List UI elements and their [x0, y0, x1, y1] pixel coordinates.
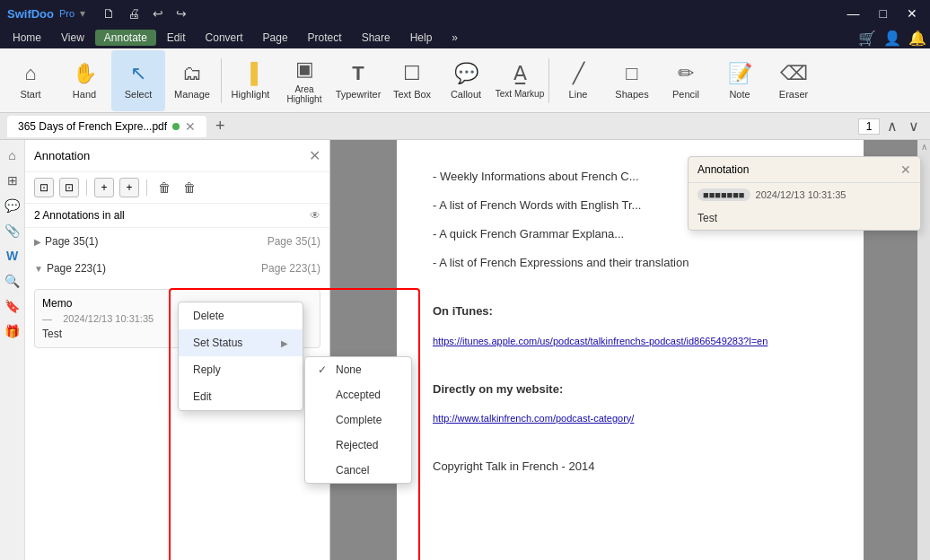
- status-submenu: ✓ None Accepted Complete Rejected: [304, 356, 412, 484]
- menu-page[interactable]: Page: [254, 30, 297, 46]
- highlight-button[interactable]: ▐ Highlight: [224, 50, 277, 111]
- hand-button[interactable]: ✋ Hand: [57, 50, 111, 111]
- typewriter-button[interactable]: T Typewriter: [331, 50, 385, 111]
- tab-close-btn[interactable]: ✕: [185, 119, 196, 134]
- add-tab-btn[interactable]: +: [210, 117, 231, 136]
- context-reply[interactable]: Reply: [179, 356, 303, 383]
- sidebar-layers-icon[interactable]: ⊞: [3, 171, 22, 190]
- close-btn[interactable]: ✕: [901, 4, 923, 22]
- delete2-btn[interactable]: 🗑: [180, 178, 199, 197]
- panel-title: Annotation: [34, 149, 309, 162]
- sidebar-search-icon[interactable]: 🔍: [3, 271, 22, 291]
- highlight-icon: ▐: [243, 62, 258, 85]
- maximize-btn[interactable]: □: [874, 4, 892, 22]
- status-rejected[interactable]: Rejected: [305, 433, 411, 458]
- menu-home[interactable]: Home: [4, 30, 50, 46]
- line-button[interactable]: ╱ Line: [551, 50, 605, 111]
- area-highlight-button[interactable]: ▣ Area Highlight: [277, 50, 331, 111]
- status-cancel[interactable]: Cancel: [305, 458, 411, 483]
- text-box-button[interactable]: ☐ Text Box: [385, 50, 439, 111]
- new-doc-btn[interactable]: 🗋: [98, 4, 119, 22]
- pencil-button[interactable]: ✏ Pencil: [659, 50, 713, 111]
- bell-icon[interactable]: 🔔: [908, 30, 926, 47]
- menu-share[interactable]: Share: [353, 30, 399, 46]
- app-tier: Pro: [59, 8, 75, 19]
- undo-btn[interactable]: ↩: [148, 4, 168, 22]
- shapes-button[interactable]: □ Shapes: [605, 50, 659, 111]
- pencil-label: Pencil: [672, 89, 699, 100]
- tool-divider: [86, 179, 87, 196]
- panel-close-btn[interactable]: ✕: [309, 147, 320, 164]
- callout-label: Callout: [451, 89, 481, 100]
- pdf-website-heading: Directly on my website:: [433, 380, 828, 399]
- text-markup-button[interactable]: A̲ Text Markup: [493, 50, 547, 111]
- status-none[interactable]: ✓ None: [305, 357, 411, 382]
- menu-view[interactable]: View: [52, 30, 93, 46]
- status-cancel-label: Cancel: [336, 464, 369, 477]
- context-edit[interactable]: Edit: [179, 383, 303, 410]
- doc-tab[interactable]: 365 Days of French Expre...pdf ✕: [7, 116, 206, 137]
- sidebar-home-icon[interactable]: ⌂: [3, 145, 22, 165]
- page35-label: Page 35(1): [45, 235, 98, 248]
- area-highlight-icon: ▣: [295, 57, 314, 81]
- wrap-right-btn[interactable]: ⊡: [59, 178, 79, 197]
- page35-row[interactable]: ▶ Page 35(1) Page 35(1): [34, 232, 320, 251]
- delete-btn[interactable]: 🗑: [154, 178, 174, 197]
- popup-close-btn[interactable]: ✕: [900, 162, 911, 177]
- app-logo: SwifDoo: [7, 7, 54, 21]
- status-none-label: None: [336, 363, 362, 376]
- manage-icon: 🗂: [182, 62, 202, 85]
- minimize-btn[interactable]: —: [842, 4, 865, 22]
- expand2-btn[interactable]: +: [119, 178, 139, 197]
- title-bar-nav: 🗋 🖨 ↩ ↪: [98, 4, 191, 22]
- pdf-copyright: Copyright Talk in French - 2014: [433, 457, 828, 477]
- visibility-toggle[interactable]: 👁: [310, 209, 320, 222]
- sidebar-comment-icon[interactable]: 💬: [3, 196, 22, 215]
- page35-arrow: ▶: [34, 237, 41, 247]
- menu-protect[interactable]: Protect: [299, 30, 351, 46]
- select-button[interactable]: ↖ Select: [111, 50, 165, 111]
- menu-help[interactable]: Help: [401, 30, 442, 46]
- context-set-status[interactable]: Set Status ▶: [179, 329, 303, 356]
- sidebar-attachment-icon[interactable]: 📎: [3, 221, 22, 241]
- page-up-btn[interactable]: ∧: [883, 116, 901, 136]
- submenu-arrow: ▶: [281, 338, 288, 348]
- annotation-popup: Annotation ✕ ■■■■■■■ 2024/12/13 10:31:35…: [688, 156, 921, 231]
- pdf-website-link[interactable]: http://www.talkinfrench.com/podcast-cate…: [433, 408, 828, 428]
- pdf-itunes-link[interactable]: https://itunes.apple.com/us/podcast/talk…: [433, 331, 828, 351]
- expand-btn[interactable]: +: [94, 178, 114, 197]
- user-icon[interactable]: 👤: [883, 30, 901, 47]
- menu-annotate[interactable]: Annotate: [95, 30, 156, 46]
- page-down-btn[interactable]: ∨: [905, 116, 923, 136]
- menu-more[interactable]: »: [443, 30, 467, 46]
- menu-bar: Home View Annotate Edit Convert Page Pro…: [0, 27, 930, 48]
- redo-btn[interactable]: ↪: [171, 4, 191, 22]
- status-rejected-label: Rejected: [336, 439, 378, 451]
- status-accepted[interactable]: Accepted: [305, 382, 411, 407]
- page35-ref: Page 35(1): [268, 235, 320, 248]
- menu-edit[interactable]: Edit: [158, 30, 195, 46]
- sidebar-word-icon[interactable]: W: [3, 246, 22, 266]
- note-label: Note: [729, 89, 750, 100]
- memo-author: —: [42, 313, 52, 324]
- wrap-left-btn[interactable]: ⊡: [34, 178, 54, 197]
- menu-convert[interactable]: Convert: [197, 30, 252, 46]
- callout-button[interactable]: 💬 Callout: [439, 50, 493, 111]
- sidebar-gift-icon[interactable]: 🎁: [3, 321, 22, 341]
- note-button[interactable]: 📝 Note: [713, 50, 767, 111]
- context-menu: Delete Set Status ▶ Reply Edit ✓ None: [178, 302, 303, 411]
- page-number-input[interactable]: [858, 118, 880, 135]
- eraser-button[interactable]: ⌫ Eraser: [767, 50, 820, 111]
- page223-row[interactable]: ▼ Page 223(1) Page 223(1): [34, 258, 320, 278]
- manage-button[interactable]: 🗂 Manage: [165, 50, 219, 111]
- cart-icon[interactable]: 🛒: [858, 30, 876, 47]
- dropdown-arrow[interactable]: ▾: [80, 7, 85, 20]
- sidebar-bookmark-icon[interactable]: 🔖: [3, 296, 22, 316]
- status-complete[interactable]: Complete: [305, 407, 411, 433]
- print-btn[interactable]: 🖨: [123, 4, 145, 22]
- context-delete[interactable]: Delete: [179, 302, 303, 329]
- popup-meta: ■■■■■■■ 2024/12/13 10:31:35: [689, 183, 920, 206]
- scroll-up-btn[interactable]: ∧: [921, 142, 927, 152]
- start-button[interactable]: ⌂ Start: [4, 50, 57, 111]
- page223-arrow: ▼: [34, 264, 43, 274]
